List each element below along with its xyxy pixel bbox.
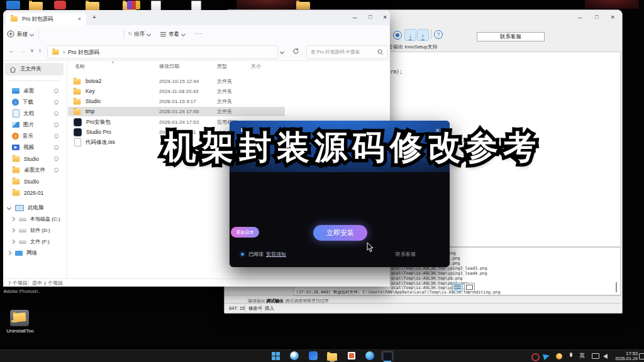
contact-support-link[interactable]: 联系客服 xyxy=(396,252,416,257)
desktop-icon-label[interactable]: Adobe Photosh.. xyxy=(1,288,43,295)
more-options-icon[interactable]: ··· xyxy=(195,31,203,36)
column-size[interactable]: 大小 xyxy=(251,64,261,69)
desktop-icon-label[interactable]: UninstallToo xyxy=(0,329,40,334)
sidebar-item-downloads[interactable]: ↓ 下载 xyxy=(4,97,64,107)
agree-radio[interactable] xyxy=(240,251,245,257)
forward-icon[interactable]: → xyxy=(19,48,26,54)
active-app-icon[interactable] xyxy=(381,351,394,361)
input-method-indicator[interactable]: 英 xyxy=(579,353,585,359)
firefox-tray-icon[interactable] xyxy=(556,353,562,359)
back-icon[interactable]: ← xyxy=(9,48,15,54)
layout-list-button[interactable] xyxy=(452,283,463,292)
file-explorer-taskbar-icon[interactable] xyxy=(327,353,337,361)
import-button[interactable]: ↓ xyxy=(404,29,416,41)
export-button[interactable]: ↑ xyxy=(417,29,429,41)
sidebar-item-pictures[interactable]: 图片 xyxy=(4,119,64,130)
recent-locations-icon[interactable]: ∨ xyxy=(30,48,34,53)
telegram-tray-icon[interactable] xyxy=(543,353,550,360)
search-box[interactable]: 在 Pro 封包源码 中搜索 xyxy=(306,45,388,59)
file-row-selected[interactable]: tmp 2026-01-24 17:45 文件夹 xyxy=(68,107,285,116)
notification-icon[interactable] xyxy=(639,353,644,359)
address-dropdown-icon[interactable] xyxy=(280,50,284,54)
chevron-down-icon[interactable] xyxy=(7,206,11,210)
view-button[interactable]: 查看 xyxy=(160,28,185,40)
folder-shortcut-icon[interactable] xyxy=(29,2,43,10)
sidebar-item-drive-d[interactable]: 软件 (D:) xyxy=(4,225,64,236)
sidebar: 主文件夹 桌面 ↓ 下载 文档 图片 xyxy=(3,60,67,278)
document-shortcut-icon[interactable] xyxy=(151,1,161,11)
sidebar-item-desktop[interactable]: 桌面 xyxy=(4,85,64,96)
column-type[interactable]: 类型 xyxy=(217,64,227,69)
sidebar-item-network[interactable]: 网络 xyxy=(4,248,64,258)
drive-icon xyxy=(19,229,26,233)
status-divider xyxy=(245,305,245,312)
file-row[interactable]: botva2 2024-10-15 12:44 文件夹 xyxy=(68,77,285,86)
output-tabs-label[interactable]: 语音输出 InnoSetup支持 xyxy=(383,45,438,50)
explorer-tab[interactable]: Pro 封包源码 × xyxy=(6,13,86,25)
uninstall-tool-icon[interactable] xyxy=(9,306,30,327)
scrollbar-thumb[interactable] xyxy=(616,282,617,292)
close-button[interactable]: × xyxy=(611,14,614,21)
new-button[interactable]: 新建 xyxy=(7,28,36,40)
install-now-button[interactable]: 立即安装 xyxy=(313,225,367,241)
microphone-tray-icon[interactable] xyxy=(570,353,572,357)
breadcrumb[interactable]: Pro 封包源码 xyxy=(68,50,99,55)
sidebar-item-documents[interactable]: 文档 xyxy=(4,108,64,119)
file-row[interactable]: Key 2024-11-08 20:43 文件夹 xyxy=(68,87,285,96)
install-notice-link[interactable]: 安装须知 xyxy=(266,252,286,257)
column-name[interactable]: 名称 xyxy=(75,64,85,69)
new-tab-button[interactable]: + xyxy=(92,14,96,21)
clock[interactable]: 17:53 2026-01-24 xyxy=(611,351,638,361)
record-icon[interactable] xyxy=(393,31,402,40)
orange-app-icon[interactable] xyxy=(348,352,355,359)
up-icon[interactable]: ↑ xyxy=(38,48,42,54)
column-date[interactable]: 修改日期 xyxy=(159,64,179,69)
monitor-tray-icon[interactable] xyxy=(592,353,599,359)
icon-file-icon xyxy=(74,128,82,136)
sidebar-item-drive-c[interactable]: 本地磁盘 (C:) xyxy=(4,214,64,224)
help-icon[interactable]: ? xyxy=(434,30,443,39)
browser-app-icon[interactable] xyxy=(290,351,299,360)
maximize-button[interactable]: □ xyxy=(369,14,372,20)
address-bar[interactable]: › Pro 封包源码 xyxy=(47,45,278,59)
minimize-button[interactable]: ─ xyxy=(353,15,357,21)
sidebar-item-2026-01[interactable]: 2026-01 xyxy=(4,187,64,198)
maximize-button[interactable]: □ xyxy=(595,14,598,20)
folder-icon xyxy=(13,178,20,184)
record-tray-icon[interactable] xyxy=(531,353,540,361)
sidebar-item-this-pc[interactable]: 此电脑 xyxy=(4,202,64,213)
chevron-right-icon[interactable] xyxy=(11,217,15,221)
winrar-shortcut-icon[interactable] xyxy=(127,1,140,9)
sidebar-item-desktop-files[interactable]: 桌面文件 xyxy=(4,165,64,175)
contact-support-button[interactable]: 联系客服 xyxy=(477,32,545,41)
layout-window-button[interactable] xyxy=(464,283,475,292)
globe-app-icon[interactable] xyxy=(365,351,374,360)
change-directory-button[interactable]: 更改目录 xyxy=(231,227,259,238)
file-name: 代码修改.iss xyxy=(86,140,115,145)
refresh-icon[interactable] xyxy=(292,48,299,55)
red-app-shortcut-icon[interactable] xyxy=(54,1,66,9)
window-icon xyxy=(466,285,473,290)
file-row[interactable]: Studio 2026-01-15 9:17 文件夹 xyxy=(68,97,285,106)
sidebar-item-videos[interactable]: ▶ 视频 xyxy=(4,142,64,153)
tab-close-icon[interactable]: × xyxy=(78,16,81,22)
pin-icon xyxy=(54,145,58,150)
desktop-shortcut-icon[interactable] xyxy=(6,1,20,9)
chevron-right-icon[interactable] xyxy=(7,251,11,255)
close-button[interactable]: × xyxy=(383,14,387,21)
blue-app-icon[interactable] xyxy=(309,351,318,360)
chevron-right-icon[interactable] xyxy=(11,239,15,244)
minimize-button[interactable]: ─ xyxy=(578,15,582,21)
folder-shortcut-icon[interactable] xyxy=(86,2,99,10)
sidebar-item-home[interactable]: 主文件夹 xyxy=(4,63,64,75)
sidebar-item-music[interactable]: ♪ 音乐 xyxy=(4,131,64,141)
chevron-right-icon[interactable] xyxy=(11,228,15,233)
start-button[interactable] xyxy=(272,352,280,360)
speaker-tray-icon[interactable] xyxy=(603,354,608,359)
sidebar-item-studio[interactable]: Studio xyxy=(4,153,64,164)
sidebar-item-studio2[interactable]: Studio xyxy=(4,176,64,187)
sort-button[interactable]: ↑↓ 排序 xyxy=(128,28,150,40)
selected-count: 选中 1 个项目 xyxy=(32,281,63,286)
document-shortcut-icon[interactable] xyxy=(191,1,201,11)
sidebar-item-drive-f[interactable]: 文件 (F:) xyxy=(4,236,64,247)
